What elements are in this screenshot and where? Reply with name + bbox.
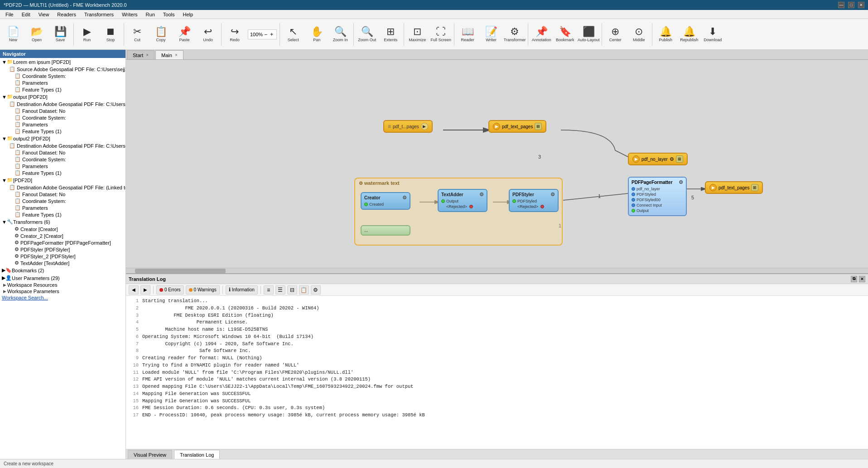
nav-item-workspace-search[interactable]: Workspace Search... (0, 294, 125, 301)
nav-group-header-not-set[interactable]: ▼📁 [PDF2D] (0, 176, 125, 184)
toolbar-btn-redo[interactable]: ↪Redo (223, 21, 246, 48)
nav-child-transformers-4[interactable]: ⚙PDFStyler_2 [PDFStyler] (0, 253, 125, 260)
bottom-tab-translation-log[interactable]: Translation Log (174, 450, 220, 459)
maximize-button[interactable]: □ (848, 2, 854, 8)
zoom-plus[interactable]: + (269, 31, 275, 38)
close-button[interactable]: ✕ (858, 2, 864, 8)
log-settings[interactable]: ⚙ (311, 285, 321, 294)
nav-child-output-0[interactable]: 📋Destination Adobe Geospatial PDF File: … (0, 101, 125, 107)
toolbar-btn-stop[interactable]: ⏹Stop (99, 21, 122, 48)
toolbar-btn-copy[interactable]: 📋Copy (149, 21, 172, 48)
pdf-t-pages-node[interactable]: ≡ pdf_t...pages ▶ (383, 120, 433, 133)
nav-group-header-lorem-ipsum[interactable]: ▼📁Lorem em ipsum [PDF2D] (0, 58, 125, 66)
toolbar-btn-writer[interactable]: 📝Writer (480, 21, 502, 48)
nav-child-lorem-ipsum-0[interactable]: 📋Source Adobe Geospatial PDF File: C:\Us… (0, 66, 125, 72)
toolbar-btn-pan[interactable]: ✋Pan (305, 21, 328, 48)
nav-group-header-user-params[interactable]: ▶👤User Parameters (29) (0, 274, 125, 282)
toolbar-btn-republish[interactable]: 🔔Republish (678, 21, 700, 48)
menu-help[interactable]: Help (179, 11, 197, 18)
nav-group-header-output[interactable]: ▼📁output [PDF2D] (0, 93, 125, 101)
menu-view[interactable]: View (35, 11, 53, 18)
pdf-text-pages-bottom-node[interactable]: ▶ pdf_text_pages ⊞ (705, 181, 763, 194)
toolbar-btn-zoom-out[interactable]: 🔍Zoom Out (356, 21, 378, 48)
nav-child-output2-1[interactable]: 📋Fanout Dataset: No (0, 149, 125, 156)
partial-node[interactable]: ... (361, 225, 410, 236)
log-filter3[interactable]: ⊟ (287, 285, 297, 294)
nav-child-output2-0[interactable]: 📋Destination Adobe Geospatial PDF File: … (0, 142, 125, 149)
nav-child-not-set-3[interactable]: 📋Parameters (0, 204, 125, 211)
pdf-no-layer-node[interactable]: ▶ pdf_no_layer ⚙ ⊞ (628, 153, 688, 165)
nav-child-transformers-1[interactable]: ⚙Creator_2 [Creator] (0, 232, 125, 239)
nav-child-transformers-3[interactable]: ⚙PDFStyler [PDFStyler] (0, 246, 125, 253)
menu-run[interactable]: Run (142, 11, 159, 18)
toolbar-btn-undo[interactable]: ↩Undo (197, 21, 219, 48)
minimize-button[interactable]: — (838, 2, 844, 8)
nav-child-lorem-ipsum-2[interactable]: 📋Parameters (0, 79, 125, 86)
menu-tools[interactable]: Tools (159, 11, 178, 18)
nav-child-output2-2[interactable]: 📋Coordinate System: (0, 156, 125, 163)
nav-child-output-3[interactable]: 📋Parameters (0, 121, 125, 128)
nav-child-output2-3[interactable]: 📋Parameters (0, 163, 125, 169)
toolbar-btn-paste[interactable]: 📌Paste (173, 21, 196, 48)
canvas-tab-close-main[interactable]: × (175, 53, 178, 58)
menu-writers[interactable]: Writers (118, 11, 141, 18)
toolbar-btn-run[interactable]: ▶Run (76, 21, 98, 48)
zoom-box[interactable]: 100%−+ (248, 29, 277, 39)
log-filter1[interactable]: ≡ (264, 285, 274, 294)
canvas[interactable]: 3 1 5 1 (126, 60, 868, 268)
toolbar-btn-annotation[interactable]: 📌Annotation (530, 21, 553, 48)
nav-child-transformers-5[interactable]: ⚙TextAdder [TextAdder] (0, 260, 125, 266)
pdf-text-pages-top-node[interactable]: ▶ pdf_text_pages ⊞ (488, 120, 546, 133)
errors-button[interactable]: 0 Errors (156, 285, 184, 294)
menu-file[interactable]: File (2, 11, 17, 18)
toolbar-btn-download[interactable]: ⬇Download (701, 21, 724, 48)
bottom-tab-visual-preview[interactable]: Visual Preview (128, 450, 172, 459)
toolbar-btn-middle[interactable]: ⊙Middle (627, 21, 650, 48)
warnings-button[interactable]: 0 Warnings (186, 285, 220, 294)
canvas-hscroll[interactable] (126, 268, 868, 273)
zoom-minus[interactable]: − (263, 31, 269, 38)
toolbar-btn-select[interactable]: ↖Select (282, 21, 304, 48)
canvas-tab-start[interactable]: Start× (127, 50, 154, 59)
nav-child-not-set-4[interactable]: 📋Feature Types (1) (0, 211, 125, 218)
toolbar-btn-reader[interactable]: 📖Reader (456, 21, 479, 48)
nav-child-lorem-ipsum-1[interactable]: 📋Coordinate System: (0, 72, 125, 79)
nav-child-not-set-2[interactable]: 📋Coordinate System: (0, 198, 125, 204)
nav-back-button[interactable]: ◀ (129, 285, 139, 294)
toolbar-btn-zoom-in[interactable]: 🔍Zoom In (329, 21, 352, 48)
nav-group-header-output2[interactable]: ▼📁output2 [PDF2D] (0, 135, 125, 142)
textadder-node[interactable]: TextAdder ⚙ Output <Rejected> (438, 189, 487, 212)
nav-child-not-set-0[interactable]: 📋Destination Adobe Geospatial PDF File: … (0, 184, 125, 191)
log-filter4[interactable]: 📋 (299, 285, 309, 294)
toolbar-btn-maximize[interactable]: ⊡Maximize (406, 21, 429, 48)
toolbar-btn-cut[interactable]: ✂Cut (126, 21, 149, 48)
panel-close-button[interactable]: ✕ (859, 276, 865, 282)
menu-readers[interactable]: Readers (53, 11, 80, 18)
panel-float-button[interactable]: ⧉ (851, 276, 857, 282)
toolbar-btn-transformer[interactable]: ⚙Transformer (503, 21, 526, 48)
info-button[interactable]: ℹ Information (226, 285, 258, 294)
nav-item-workspace-parameters[interactable]: ▶Workspace Parameters (0, 288, 125, 294)
pdfpageformatter-node[interactable]: PDFPageFormatter ⚙ pdf_no_layer PDFStyle… (628, 177, 687, 216)
nav-fwd-button[interactable]: ▶ (140, 285, 150, 294)
nav-child-output-1[interactable]: 📋Fanout Dataset: No (0, 107, 125, 114)
nav-child-output2-4[interactable]: 📋Feature Types (1) (0, 169, 125, 176)
toolbar-btn-open[interactable]: 📂Open (25, 21, 48, 48)
nav-group-header-bookmarks[interactable]: ▶🔖Bookmarks (2) (0, 266, 125, 274)
toolbar-btn-publish[interactable]: 🔔Publish (654, 21, 677, 48)
menu-transformers[interactable]: Transformers (81, 11, 117, 18)
nav-group-header-transformers[interactable]: ▼🔧Transformers (6) (0, 218, 125, 226)
toolbar-btn-bookmark[interactable]: 🔖Bookmark (554, 21, 576, 48)
pdfstyler-node[interactable]: PDFStyler ⚙ PDFStyled <Rejected> (509, 189, 559, 212)
nav-child-not-set-1[interactable]: 📋Fanout Dataset: No (0, 191, 125, 198)
creator-node[interactable]: Creator ⚙ Created (361, 192, 410, 210)
toolbar-btn-new[interactable]: 📄New (2, 21, 24, 48)
toolbar-btn-full-screen[interactable]: ⛶Full Screen (429, 21, 452, 48)
nav-item-workspace-resources[interactable]: ▶Workspace Resources (0, 282, 125, 288)
toolbar-btn-extents[interactable]: ⊞Extents (379, 21, 402, 48)
nav-child-transformers-0[interactable]: ⚙Creator [Creator] (0, 226, 125, 232)
nav-child-lorem-ipsum-3[interactable]: 📋Feature Types (1) (0, 86, 125, 93)
toolbar-btn-save[interactable]: 💾Save (49, 21, 72, 48)
nav-child-transformers-2[interactable]: ⚙PDFPageFormatter [PDFPageFormatter] (0, 239, 125, 246)
log-filter2[interactable]: ☰ (275, 285, 285, 294)
